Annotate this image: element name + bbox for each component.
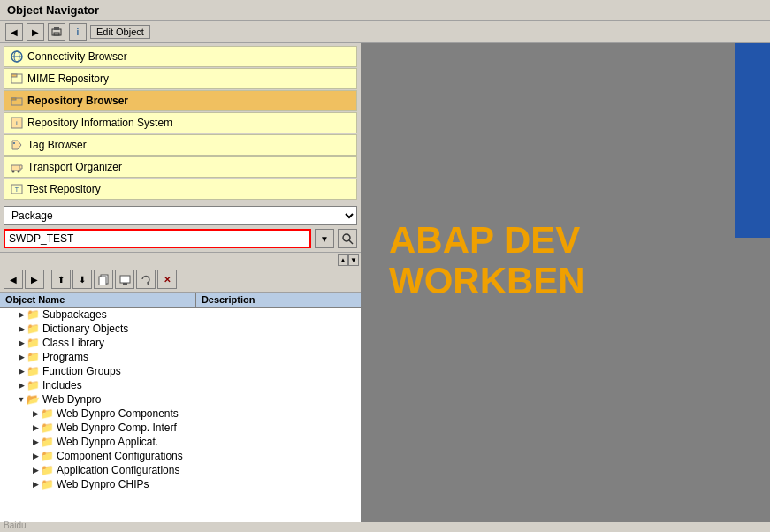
expand-programs[interactable]: ▶ [16, 352, 27, 362]
transport-organizer-icon [10, 160, 24, 174]
nav-tag-browser-label: Tag Browser [27, 139, 87, 151]
nav-transport-organizer[interactable]: Transport Organizer [4, 156, 357, 178]
svg-rect-7 [11, 74, 17, 77]
svg-point-12 [13, 142, 15, 144]
object-type-dropdown[interactable]: Package Program Class Function Group [4, 206, 357, 225]
tree-row-dictionary-objects[interactable]: ▶ 📁 Dictionary Objects [0, 322, 361, 336]
folder-includes-icon: 📁 [27, 379, 40, 391]
expand-web-dynpro-chips[interactable]: ▶ [30, 479, 41, 490]
tree-row-application-configurations[interactable]: ▶ 📁 Application Configurations [0, 463, 361, 477]
svg-point-15 [18, 171, 20, 173]
repository-browser-icon [10, 94, 24, 108]
search-area: Package Program Class Function Group ▼ [0, 202, 361, 253]
label-web-dynpro-components: Web Dynpro Components [57, 407, 179, 420]
tree-row-includes[interactable]: ▶ 📁 Includes [0, 378, 361, 392]
expand-dictionary[interactable]: ▶ [16, 323, 27, 334]
label-component-configurations: Component Configurations [57, 450, 183, 462]
nav-repository-browser[interactable]: Repository Browser [4, 90, 357, 111]
mime-repository-icon [10, 72, 24, 86]
label-web-dynpro-applicat: Web Dynpro Applicat. [57, 436, 158, 448]
tree-row-web-dynpro-comp-interf[interactable]: ▶ 📁 Web Dynpro Comp. Interf [0, 421, 361, 435]
action-toolbar: ◀ ▶ ⬆ ⬇ ✕ [0, 267, 361, 293]
svg-rect-23 [123, 283, 127, 285]
nav-test-repository-label: Test Repository [27, 183, 101, 195]
action-copy[interactable] [94, 270, 113, 289]
nav-scroll-up[interactable]: ▲ [338, 254, 348, 266]
test-repository-icon: T [10, 182, 24, 196]
label-dictionary: Dictionary Objects [42, 323, 128, 335]
nav-tag-browser[interactable]: Tag Browser [4, 134, 357, 156]
forward-button[interactable]: ▶ [27, 23, 44, 41]
tree-row-web-dynpro[interactable]: ▼ 📂 Web Dynpro [0, 392, 361, 407]
action-delete[interactable]: ✕ [157, 270, 177, 289]
expand-includes[interactable]: ▶ [16, 380, 27, 391]
label-web-dynpro: Web Dynpro [42, 393, 101, 406]
package-search-input[interactable] [4, 229, 311, 248]
col-description: Description [196, 293, 361, 307]
expand-class-library[interactable]: ▶ [16, 338, 27, 348]
search-execute-button[interactable] [338, 229, 357, 248]
nav-scroll-down[interactable]: ▼ [348, 254, 359, 266]
edit-object-button[interactable]: Edit Object [90, 25, 150, 39]
nav-section: Connectivity Browser MIME Repository Rep… [0, 43, 361, 202]
action-fwd[interactable]: ▶ [25, 270, 44, 289]
folder-class-library-icon: 📁 [27, 337, 40, 349]
tree-row-programs[interactable]: ▶ 📁 Programs [0, 350, 361, 364]
tree-row-subpackages[interactable]: ▶ 📁 Subpackages [0, 308, 361, 322]
col-object-name: Object Name [0, 293, 196, 307]
print-button[interactable] [48, 23, 65, 41]
expand-web-dynpro-components[interactable]: ▶ [30, 408, 41, 419]
info-button[interactable]: i [69, 23, 87, 41]
watermark-text: Baidu [4, 521, 27, 530]
action-sep1 [46, 270, 50, 289]
tag-browser-icon [10, 138, 24, 152]
tree-row-web-dynpro-applicat[interactable]: ▶ 📁 Web Dynpro Applicat. [0, 435, 361, 449]
folder-web-dynpro-comp-interf-icon: 📁 [41, 422, 54, 434]
action-display[interactable] [115, 270, 134, 289]
left-panel: Connectivity Browser MIME Repository Rep… [0, 43, 362, 522]
expand-web-dynpro-applicat[interactable]: ▶ [30, 437, 41, 447]
abap-branding-text: ABAP DEV WORKBEN [389, 220, 585, 301]
expand-web-dynpro-comp-interf[interactable]: ▶ [30, 422, 41, 433]
nav-connectivity-browser[interactable]: Connectivity Browser [4, 46, 357, 67]
tree-row-component-configurations[interactable]: ▶ 📁 Component Configurations [0, 449, 361, 463]
back-button[interactable]: ◀ [5, 23, 23, 41]
connectivity-browser-icon [10, 49, 24, 64]
tree-row-class-library[interactable]: ▶ 📁 Class Library [0, 336, 361, 350]
expand-subpackages[interactable]: ▶ [16, 309, 27, 320]
nav-repository-info[interactable]: i Repository Information System [4, 112, 357, 133]
action-down[interactable]: ⬇ [72, 270, 92, 289]
folder-programs-icon: 📁 [27, 351, 40, 363]
folder-dictionary-icon: 📁 [27, 323, 40, 335]
expand-web-dynpro[interactable]: ▼ [16, 394, 27, 405]
toolbar: ◀ ▶ i Edit Object [0, 21, 770, 43]
nav-mime-repository-label: MIME Repository [27, 72, 109, 85]
tree-content[interactable]: ▶ 📁 Subpackages ▶ 📁 Dictionary Objects ▶… [0, 308, 361, 522]
right-panel: ABAP DEV WORKBEN [362, 43, 770, 522]
folder-web-dynpro-applicat-icon: 📁 [41, 436, 54, 448]
folder-application-configurations-icon: 📁 [41, 464, 54, 476]
svg-rect-1 [54, 27, 59, 30]
dropdown-arrow-button[interactable]: ▼ [315, 229, 334, 248]
action-refresh[interactable] [136, 270, 156, 289]
nav-test-repository[interactable]: T Test Repository [4, 179, 357, 200]
label-application-configurations: Application Configurations [57, 464, 179, 476]
expand-component-configurations[interactable]: ▶ [30, 451, 41, 461]
tree-row-web-dynpro-components[interactable]: ▶ 📁 Web Dynpro Components [0, 407, 361, 421]
watermark: Baidu [0, 519, 30, 532]
nav-mime-repository[interactable]: MIME Repository [4, 68, 357, 89]
svg-rect-2 [54, 33, 59, 35]
svg-rect-13 [11, 165, 20, 171]
tree-header: Object Name Description [0, 293, 361, 308]
action-up[interactable]: ⬆ [51, 270, 71, 289]
action-back[interactable]: ◀ [4, 270, 23, 289]
tree-area: Object Name Description ▶ 📁 Subpackages … [0, 293, 361, 522]
expand-application-configurations[interactable]: ▶ [30, 465, 41, 475]
tree-row-function-groups[interactable]: ▶ 📁 Function Groups [0, 364, 361, 378]
expand-function-groups[interactable]: ▶ [16, 366, 27, 376]
svg-point-14 [12, 171, 15, 173]
window-title: Object Navigator [7, 4, 99, 17]
svg-rect-9 [11, 98, 16, 100]
svg-rect-22 [120, 276, 130, 283]
tree-row-web-dynpro-chips[interactable]: ▶ 📁 Web Dynpro CHIPs [0, 477, 361, 491]
